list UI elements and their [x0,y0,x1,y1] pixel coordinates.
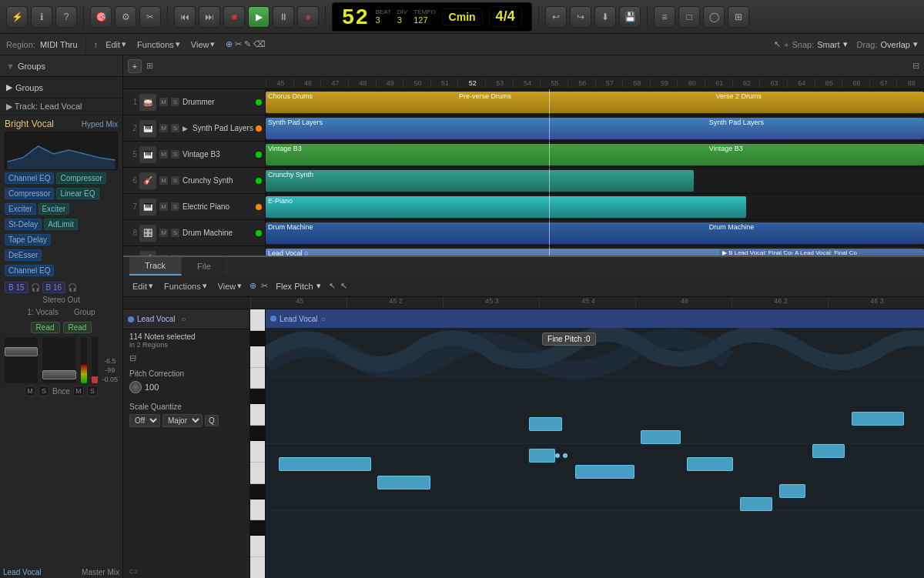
insert-adlimit[interactable]: AdLimit [44,219,77,230]
metronome-btn[interactable]: 🎯 [90,6,112,28]
app-icon-btn[interactable]: ⚡ [6,6,28,28]
pitch-note-6[interactable] [641,430,680,444]
clip-verse2-drums[interactable]: Verse 2 Drums [713,92,924,113]
solo-btn[interactable]: S [38,386,49,396]
snap-value[interactable]: Smart [817,40,839,49]
pitch-note-11[interactable] [852,412,904,426]
group-btn[interactable]: Group [74,308,95,316]
mute-drummer[interactable]: M [159,97,169,107]
master-mix-label[interactable]: Master Mix [82,568,119,576]
scale-off-select[interactable]: Off [129,414,160,427]
solo-epiano[interactable]: S [170,202,180,212]
mute-b3[interactable]: M [159,149,169,159]
clip-drum-machine-2[interactable]: Drum Machine [707,222,924,244]
solo-drum-machine[interactable]: S [170,228,180,238]
editor-cursor-icon[interactable]: ↖ [329,281,336,291]
play-btn[interactable]: ▶ [248,6,270,28]
pitch-note-8[interactable] [740,497,773,511]
bus-15[interactable]: B 15 [5,282,28,293]
bus-16[interactable]: B 16 [42,282,66,293]
editor-edit-menu[interactable]: Edit ▾ [129,279,156,292]
pitch-note-9[interactable] [779,484,805,498]
clip-lead-vocal-final-2[interactable]: A Lead Vocal: Final Co [792,249,924,256]
redo-btn[interactable]: ↪ [570,6,591,28]
pitch-note-10[interactable] [812,444,845,458]
clip-vintage-b3-2[interactable]: Vintage B3 [707,144,924,165]
rewind-btn[interactable]: ⏮ [174,6,196,28]
clip-crunchy-synth[interactable]: Crunchy Synth [266,170,694,192]
insert-tape-delay[interactable]: Tape Delay [5,234,51,246]
solo-crunchy[interactable]: S [170,175,180,185]
download-btn[interactable]: ⬇ [594,6,616,28]
mute-btn-2[interactable]: M [73,386,84,396]
record-btn[interactable]: ● [297,6,319,28]
search-btn[interactable]: ◯ [703,6,725,28]
info-btn[interactable]: ℹ [31,6,52,28]
pencil-icon[interactable]: ✎ [244,39,251,49]
pause-btn[interactable]: ⏸ [273,6,294,28]
group-label[interactable]: 1: Vocals [27,308,59,316]
pitch-note-4[interactable] [529,449,555,463]
customize-btn[interactable]: ⚙ [115,6,136,28]
mute-crunchy[interactable]: M [159,175,169,185]
quantize-icon[interactable]: ⊟ [129,353,136,363]
stop-btn[interactable]: ■ [223,6,245,28]
insert-linear-eq[interactable]: Linear EQ [56,188,99,199]
editor-view-menu[interactable]: View ▾ [215,279,246,292]
edit-menu[interactable]: Edit ▾ [102,38,129,51]
marquee-icon[interactable]: ⊕ [226,39,233,49]
automation-read-2[interactable]: Read [63,322,92,333]
pitch-note-1[interactable] [279,457,371,471]
clip-lead-vocal-1[interactable]: Lead Vocal ○ [266,249,746,256]
time-sig-display[interactable]: 4/4 [489,6,522,27]
add-track-btn[interactable]: + [128,59,142,73]
pitch-note-7[interactable] [687,457,733,471]
pitch-note-5[interactable] [575,465,634,479]
tab-file[interactable]: File [182,257,227,276]
insert-exciter-l[interactable]: Exciter [5,203,36,215]
insert-compressor-r[interactable]: Compressor [56,172,105,184]
mute-btn[interactable]: M [25,386,35,396]
editor-main[interactable]: Lead Vocal ○ Fine Pitch :0 [266,309,924,578]
functions-menu[interactable]: Functions ▾ [134,38,183,51]
editor-cursor2-icon[interactable]: ↖ [340,281,347,291]
pitch-note-2[interactable] [377,476,430,489]
main-fader[interactable] [5,337,38,383]
solo-drummer[interactable]: S [170,97,180,107]
preset-sub[interactable]: Hyped Mix [62,120,119,129]
track-view-btn[interactable]: ⊟ [912,61,919,71]
eraser-icon[interactable]: ⌫ [253,39,266,49]
lead-vocal-label[interactable]: Lead Vocal [3,568,42,576]
editor-scissors-icon[interactable]: ✂ [261,281,268,291]
q-button[interactable]: Q [205,415,219,426]
mute-epiano[interactable]: M [159,202,169,212]
handle-1[interactable] [555,453,560,458]
scissors-tool-icon[interactable]: ✂ [235,39,242,49]
library-btn[interactable]: □ [678,6,700,28]
solo-synth[interactable]: S [170,123,180,133]
clip-synth-pad-2[interactable]: Synth Pad Layers [707,118,924,139]
track-options-btn[interactable]: ⊞ [146,61,153,71]
key-display[interactable]: Cmin [442,8,483,25]
help-btn[interactable]: ? [55,6,77,28]
clip-vintage-b3-1[interactable]: Vintage B3 [266,144,733,165]
preset-name[interactable]: Bright Vocal [5,119,62,129]
tab-track[interactable]: Track [129,257,182,276]
editor-functions-menu[interactable]: Functions ▾ [161,279,210,292]
scissors-btn[interactable]: ✂ [139,6,161,28]
mute-lead-vocal[interactable]: M [159,254,169,256]
automation-read-1[interactable]: Read [31,322,60,333]
undo-btn[interactable]: ↩ [545,6,567,28]
insert-channel-eq-1[interactable]: Channel EQ [5,172,54,184]
mute-synth[interactable]: M [159,123,169,133]
pitch-knob[interactable] [129,381,142,393]
groups-toggle[interactable]: ▶ Groups [6,80,116,95]
view-menu[interactable]: View ▾ [188,38,219,51]
clip-epiano[interactable]: E-Piano [266,196,746,218]
insert-compressor-l[interactable]: Compressor [5,188,54,199]
menu-btn[interactable]: ≡ [654,6,675,28]
mute-drum-machine[interactable]: M [159,228,169,238]
pitch-note-3[interactable] [529,417,562,431]
clip-synth-pad-1[interactable]: Synth Pad Layers [266,118,740,139]
drag-value[interactable]: Overlap [880,40,910,49]
